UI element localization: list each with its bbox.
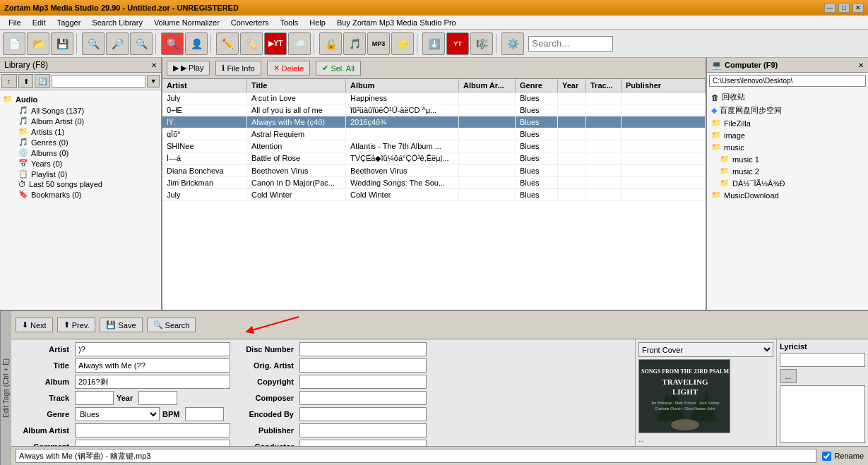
play-button[interactable]: ▶ ▶ Play bbox=[167, 61, 210, 76]
toolbar-search1[interactable]: 🔍 bbox=[82, 32, 105, 55]
library-item-artists[interactable]: 📁 Artists (1) bbox=[14, 126, 161, 137]
comp-item-filezilla[interactable]: 📁 FileZilla bbox=[708, 117, 867, 129]
toolbar-youtube2[interactable]: YT bbox=[446, 32, 469, 55]
comp-item-music[interactable]: 📁 music bbox=[708, 141, 867, 153]
lyricist-more-button[interactable]: ... bbox=[780, 369, 797, 383]
comp-item-baidu[interactable]: ◆ 百度网盘同步空间 bbox=[708, 104, 867, 117]
lib-refresh-btn[interactable]: 🔄 bbox=[35, 74, 50, 88]
menu-edit[interactable]: Edit bbox=[27, 17, 52, 28]
library-tree-audio[interactable]: 📁 Audio bbox=[0, 93, 161, 105]
toolbar-music[interactable]: 🎵 bbox=[343, 32, 366, 55]
comp-item-musicdownload[interactable]: 📁 MusicDownload bbox=[708, 189, 867, 201]
lyricist-input[interactable] bbox=[780, 353, 865, 367]
toolbar-search-input[interactable] bbox=[528, 36, 613, 52]
toolbar-settings[interactable]: ⚙️ bbox=[501, 32, 524, 55]
minimize-button[interactable]: — bbox=[824, 3, 836, 13]
computer-path-input[interactable]: C:\Users\lenovo\Desktop\ bbox=[709, 75, 866, 87]
toolbar-download[interactable]: ⬇️ bbox=[422, 32, 445, 55]
col-title[interactable]: Title bbox=[247, 79, 346, 92]
toolbar-open[interactable]: 📂 bbox=[27, 32, 49, 55]
library-item-album-artist[interactable]: 🎵 Album Artist (0) bbox=[14, 116, 161, 126]
table-row[interactable]: Jim Brickman Canon In D Major(Pac... Wed… bbox=[162, 177, 706, 189]
disc-number-input[interactable] bbox=[299, 342, 427, 356]
menu-buy[interactable]: Buy Zortam Mp3 Media Studio Pro bbox=[331, 17, 462, 28]
lyrics-textarea[interactable] bbox=[780, 385, 865, 443]
toolbar-new[interactable]: 📄 bbox=[3, 32, 25, 55]
library-close[interactable]: ✕ bbox=[151, 61, 157, 69]
table-row[interactable]: 0÷łE All of you is all of me ĩũ²üàûĩüëÖ¹… bbox=[162, 104, 706, 116]
library-search-input[interactable] bbox=[52, 75, 145, 87]
comp-item-image[interactable]: 📁 image bbox=[708, 129, 867, 141]
col-album-ar[interactable]: Album Ar... bbox=[459, 79, 516, 92]
toolbar-zoom[interactable]: 🔍 bbox=[130, 32, 153, 55]
toolbar-save[interactable]: 💾 bbox=[51, 32, 73, 55]
library-item-all-songs[interactable]: 🎵 All Songs (137) bbox=[14, 105, 161, 116]
computer-close[interactable]: ✕ bbox=[858, 61, 864, 69]
track-input[interactable] bbox=[75, 391, 114, 405]
toolbar-search2[interactable]: 🔎 bbox=[106, 32, 129, 55]
toolbar-tag[interactable]: 🏷️ bbox=[240, 32, 263, 55]
table-row[interactable]: July Cold Winter Cold Winter Blues bbox=[162, 189, 706, 201]
table-row[interactable]: ĺÝ. Always with Me (ç4ô) 2016ç4ô¾ Blues bbox=[162, 116, 706, 128]
comp-item-music2[interactable]: 📁 music 2 bbox=[717, 165, 867, 177]
library-item-genres[interactable]: 🎵 Genres (0) bbox=[14, 137, 161, 147]
menu-tagger[interactable]: Tagger bbox=[52, 17, 87, 28]
bpm-input[interactable] bbox=[185, 407, 224, 421]
library-item-albums[interactable]: 💿 Albums (0) bbox=[14, 147, 161, 158]
library-item-bookmarks[interactable]: 🔖 Bookmarks (0) bbox=[14, 189, 161, 200]
menu-file[interactable]: File bbox=[3, 17, 27, 28]
filename-input[interactable] bbox=[16, 449, 816, 463]
file-info-button[interactable]: ℹ File Info bbox=[215, 61, 261, 76]
col-year[interactable]: Year bbox=[558, 79, 586, 92]
table-row[interactable]: Ì—á Battle of Rose TVÇÉá◆ĩû¼ôá°ÇÓ³ê,Ĕëµ|… bbox=[162, 152, 706, 165]
lib-scroll-btn[interactable]: ▼ bbox=[147, 75, 160, 87]
edit-search-button[interactable]: 🔍 Search bbox=[147, 318, 196, 332]
maximize-button[interactable]: □ bbox=[838, 3, 850, 13]
toolbar-wav[interactable]: 🎼 bbox=[470, 32, 493, 55]
delete-button[interactable]: ✕ Delete bbox=[267, 61, 311, 76]
cover-type-select[interactable]: Front Cover bbox=[638, 342, 773, 357]
copyright-input[interactable] bbox=[299, 375, 427, 389]
album-artist-input[interactable] bbox=[75, 423, 230, 437]
col-album[interactable]: Album bbox=[346, 79, 459, 92]
rename-checkbox[interactable] bbox=[822, 452, 831, 461]
encoded-by-input[interactable] bbox=[299, 407, 427, 421]
edit-next-button[interactable]: ⬇ Next bbox=[16, 318, 53, 332]
composer-input[interactable] bbox=[299, 391, 427, 405]
edit-save-button[interactable]: 💾 Save bbox=[100, 318, 142, 332]
menu-tools[interactable]: Tools bbox=[275, 17, 304, 28]
col-publisher[interactable]: Publisher bbox=[622, 79, 706, 92]
table-row[interactable]: qĪõ° Astral Requiem Blues bbox=[162, 128, 706, 140]
menu-volume-normalizer[interactable]: Volume Normalizer bbox=[148, 17, 225, 28]
orig-artist-input[interactable] bbox=[299, 358, 427, 373]
artist-input[interactable] bbox=[75, 342, 230, 356]
library-item-last-50[interactable]: ⏱ Last 50 songs played bbox=[14, 179, 161, 189]
close-button[interactable]: ✕ bbox=[852, 3, 864, 13]
title-input[interactable] bbox=[75, 358, 230, 373]
toolbar-lock[interactable]: 🔒 bbox=[319, 32, 342, 55]
conductor-input[interactable] bbox=[299, 440, 427, 446]
comp-item-da-folder[interactable]: 📁 DÁ½¯ÌÃ½Â¾Ð bbox=[717, 177, 867, 189]
genre-select[interactable]: Blues bbox=[75, 407, 160, 421]
comp-item-recycle[interactable]: 🗑 回收站 bbox=[708, 90, 867, 104]
publisher-input[interactable] bbox=[299, 423, 427, 437]
toolbar-person[interactable]: 👤 bbox=[185, 32, 208, 55]
lib-prev-btn[interactable]: ⬆ bbox=[18, 74, 34, 88]
album-input[interactable] bbox=[75, 375, 230, 389]
toolbar-youtube[interactable]: ▶YT bbox=[264, 32, 287, 55]
table-row[interactable]: Diana Boncheva Beethoven Virus Beethoven… bbox=[162, 165, 706, 177]
lib-up-btn[interactable]: ↑ bbox=[1, 74, 17, 88]
toolbar-edit[interactable]: ✏️ bbox=[216, 32, 239, 55]
library-item-playlist[interactable]: 📋 Playlist (0) bbox=[14, 169, 161, 179]
table-row[interactable]: July A cut in Love Happiness Blues bbox=[162, 92, 706, 104]
col-track[interactable]: Trac... bbox=[586, 79, 622, 92]
sel-all-button[interactable]: ✔ Sel. All bbox=[316, 61, 361, 76]
table-row[interactable]: SHINee Attention Atlantis - The 7th Albu… bbox=[162, 140, 706, 152]
toolbar-find[interactable]: 🔍 bbox=[161, 32, 184, 55]
toolbar-mp3[interactable]: MP3 bbox=[367, 32, 390, 55]
library-item-years[interactable]: 📅 Years (0) bbox=[14, 158, 161, 169]
toolbar-cloud[interactable]: ☁️ bbox=[288, 32, 311, 55]
toolbar-star[interactable]: ⭐ bbox=[391, 32, 414, 55]
menu-converters[interactable]: Converters bbox=[225, 17, 275, 28]
col-artist[interactable]: Artist bbox=[162, 79, 247, 92]
